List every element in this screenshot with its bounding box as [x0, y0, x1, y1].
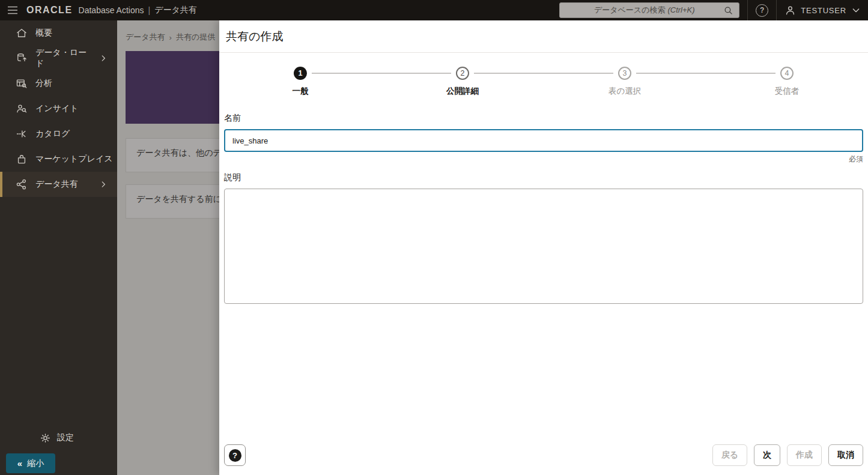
- step-label: 表の選択: [609, 86, 641, 97]
- sidebar-item-insights[interactable]: インサイト: [0, 96, 117, 121]
- gear-icon: [40, 432, 51, 444]
- info-text: データ共有は、他のデー: [136, 148, 230, 157]
- back-button[interactable]: 戻る: [712, 444, 747, 466]
- sidebar-item-label: カタログ: [35, 129, 70, 139]
- chevron-right-icon: [99, 180, 108, 189]
- username: TESTUSER: [801, 6, 846, 15]
- analysis-icon: [16, 77, 28, 89]
- sidebar-item-overview[interactable]: 概要: [0, 20, 117, 46]
- chevron-down-icon: [851, 5, 861, 15]
- required-hint: 必須: [224, 154, 863, 165]
- step-circle[interactable]: 2: [456, 67, 469, 80]
- sidebar-item-marketplace[interactable]: マーケットプレイス: [0, 147, 117, 172]
- cancel-button[interactable]: 取消: [828, 444, 863, 466]
- step-circle[interactable]: 1: [294, 67, 307, 80]
- step-recipients[interactable]: 4 受信者: [706, 67, 868, 97]
- footer-actions: 戻る 次 作成 取消: [712, 444, 863, 466]
- app-header: ORACLE Database Actions | データ共有 データベースの検…: [0, 0, 868, 20]
- insights-icon: [16, 103, 28, 115]
- sidebar-item-settings[interactable]: 設定: [0, 426, 117, 450]
- sidebar-item-data-load[interactable]: データ・ロード: [0, 46, 117, 71]
- step-label: 一般: [293, 86, 309, 97]
- chevron-right-icon: [99, 54, 108, 62]
- sidebar-item-data-share[interactable]: データ共有: [0, 172, 117, 197]
- share-name-input[interactable]: [224, 129, 863, 152]
- hamburger-icon[interactable]: [7, 6, 18, 14]
- home-icon: [16, 27, 28, 39]
- create-button[interactable]: 作成: [787, 444, 822, 466]
- title-divider: |: [148, 5, 151, 15]
- breadcrumb-separator: ›: [169, 33, 172, 42]
- name-field-label: 名前: [224, 113, 863, 124]
- sidebar-item-label: インサイト: [35, 103, 79, 114]
- sidebar-item-label: データ・ロード: [35, 47, 91, 69]
- question-mark-icon: ?: [229, 449, 241, 462]
- search-placeholder: データベースの検索(Ctrl+K): [565, 5, 723, 16]
- double-chevron-left-icon: «: [17, 458, 22, 468]
- create-share-dialog: 共有の作成 1 一般 2 公開詳細 3 表の選択 4 受信者 名前 必須 説明 …: [219, 20, 868, 475]
- breadcrumb-data-share[interactable]: データ共有: [126, 32, 165, 43]
- database-search-input[interactable]: データベースの検索(Ctrl+K): [559, 2, 739, 18]
- dialog-footer: ? 戻る 次 作成 取消: [224, 444, 863, 466]
- step-label: 受信者: [775, 86, 800, 97]
- sidebar-item-catalog[interactable]: カタログ: [0, 121, 117, 147]
- breadcrumb-provide-share: 共有の提供: [176, 32, 215, 43]
- data-share-icon: [16, 178, 28, 190]
- next-button[interactable]: 次: [754, 444, 780, 466]
- marketplace-icon: [16, 153, 28, 165]
- sidebar-spacer: [0, 197, 117, 426]
- share-form: 名前 必須 説明: [219, 113, 868, 306]
- user-icon: [785, 5, 796, 16]
- sidebar-item-analysis[interactable]: 分析: [0, 71, 117, 96]
- sidebar-item-label: マーケットプレイス: [35, 154, 113, 165]
- user-menu[interactable]: TESTUSER: [785, 5, 861, 16]
- step-circle[interactable]: 4: [780, 67, 794, 80]
- sidebar-item-label: 分析: [35, 78, 52, 89]
- help-icon[interactable]: ?: [756, 4, 768, 17]
- dialog-title: 共有の作成: [219, 20, 868, 53]
- dialog-help-button[interactable]: ?: [224, 444, 246, 466]
- step-publish-details[interactable]: 2 公開詳細: [381, 67, 544, 97]
- step-select-tables[interactable]: 3 表の選択: [544, 67, 706, 97]
- sidebar-nav: 概要 データ・ロード 分析 インサイト カタログ マーケットプレイス データ共有…: [0, 20, 117, 475]
- sidebar-item-label: データ共有: [35, 179, 78, 190]
- collapse-sidebar-button[interactable]: « 縮小: [6, 453, 55, 473]
- sidebar-item-label: 概要: [35, 28, 52, 38]
- share-description-textarea[interactable]: [224, 189, 863, 304]
- catalog-icon: [16, 128, 28, 140]
- product-title: Database Actions: [79, 5, 144, 15]
- header-separator: [776, 0, 777, 20]
- search-icon: [723, 5, 733, 16]
- oracle-logo: ORACLE: [26, 5, 73, 16]
- header-right: データベースの検索(Ctrl+K) ? TESTUSER: [559, 0, 861, 20]
- collapse-label: 縮小: [27, 458, 44, 469]
- info-text: データを共有する前にフ: [136, 194, 230, 204]
- wizard-stepper: 1 一般 2 公開詳細 3 表の選択 4 受信者: [219, 67, 868, 97]
- step-circle[interactable]: 3: [618, 67, 631, 80]
- settings-label: 設定: [57, 432, 74, 443]
- step-general[interactable]: 1 一般: [219, 67, 381, 97]
- data-load-icon: [16, 52, 28, 64]
- context-title: データ共有: [154, 5, 197, 16]
- step-label: 公開詳細: [446, 86, 479, 97]
- description-field-label: 説明: [224, 172, 863, 183]
- header-separator: [747, 0, 748, 20]
